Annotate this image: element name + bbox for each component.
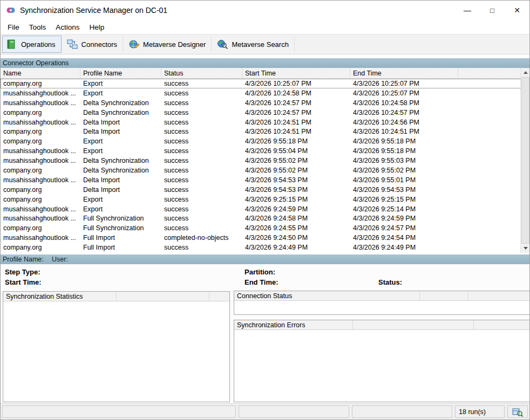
- connection-status-panel: Connection Status: [234, 291, 530, 315]
- cell-end: 4/3/2026 9:25:14 PM: [350, 204, 458, 214]
- cell-status: success: [161, 156, 242, 166]
- metaverse-search-icon: [216, 38, 228, 50]
- status-bar: 18 run(s): [1, 403, 529, 419]
- app-icon: [6, 5, 16, 15]
- table-row[interactable]: musahissahghoutlook ...Delta Importsucce…: [1, 118, 521, 127]
- cell-status: success: [161, 185, 242, 195]
- table-row[interactable]: company.orgDelta Synchronizationsuccess4…: [1, 108, 521, 118]
- step-type-label: Step Type:: [5, 268, 40, 276]
- connectors-button[interactable]: Connectors: [63, 36, 123, 53]
- statusbar-icon-segment[interactable]: [507, 405, 528, 418]
- cell-name: company.org: [1, 127, 80, 136]
- connectors-icon: [66, 38, 78, 50]
- cell-profile: Delta Import: [80, 127, 161, 136]
- metaverse-designer-icon: [128, 38, 140, 50]
- table-row[interactable]: company.orgFull Synchronizationsuccess4/…: [1, 223, 521, 233]
- menu-tools[interactable]: Tools: [24, 22, 51, 33]
- cell-name: company.org: [1, 79, 80, 88]
- table-row[interactable]: musahissahghoutlook ...Delta Importsucce…: [1, 175, 521, 185]
- cell-name: company.org: [1, 195, 80, 204]
- statusbar-segment-1: [2, 405, 236, 418]
- column-header-status[interactable]: Status: [161, 68, 242, 78]
- connectors-button-label: Connectors: [81, 40, 117, 49]
- cell-status: success: [161, 214, 242, 223]
- column-header-filler: [458, 68, 521, 78]
- connection-status-column-header[interactable]: Connection Status: [234, 291, 420, 300]
- menu-file[interactable]: File: [3, 22, 24, 33]
- statusbar-segment-3: [352, 405, 452, 418]
- cell-end: 4/3/2026 10:25:07 PM: [350, 79, 458, 88]
- column-header-profile-name[interactable]: Profile Name: [80, 68, 161, 78]
- scroll-up-arrow-icon[interactable]: [521, 68, 530, 77]
- cell-start: 4/3/2026 10:24:57 PM: [242, 108, 350, 118]
- menu-actions[interactable]: Actions: [51, 22, 84, 33]
- cell-profile: Full Import: [80, 233, 161, 243]
- maximize-button[interactable]: □: [480, 1, 505, 20]
- cell-name: musahissahghoutlook ...: [1, 118, 80, 127]
- metaverse-designer-button[interactable]: Metaverse Designer: [124, 36, 212, 53]
- table-vertical-scrollbar[interactable]: [520, 68, 529, 253]
- cell-status: success: [161, 175, 242, 185]
- table-row[interactable]: musahissahghoutlook ...Exportsuccess4/3/…: [1, 88, 521, 98]
- end-time-label: End Time:: [244, 278, 278, 286]
- table-row[interactable]: musahissahghoutlook ...Delta Synchroniza…: [1, 156, 521, 166]
- synchronization-statistics-header: Synchronization Statistics: [3, 292, 229, 301]
- column-header-end-time[interactable]: End Time: [350, 68, 458, 78]
- cell-name: company.org: [1, 185, 80, 195]
- column-header-name[interactable]: Name: [1, 68, 80, 78]
- user-label: User:: [52, 256, 68, 263]
- cell-end: 4/3/2026 9:55:02 PM: [350, 166, 458, 175]
- close-button[interactable]: ✕: [505, 1, 529, 20]
- table-row[interactable]: company.orgDelta Synchronizationsuccess4…: [1, 166, 521, 175]
- table-row[interactable]: company.orgExportsuccess4/3/2026 9:25:15…: [1, 195, 521, 204]
- cell-start: 4/3/2026 9:55:02 PM: [242, 166, 350, 175]
- metaverse-search-button[interactable]: Metaverse Search: [213, 36, 295, 53]
- scrollbar-thumb[interactable]: [521, 77, 529, 244]
- table-row[interactable]: musahissahghoutlook ...Exportsuccess4/3/…: [1, 204, 521, 214]
- table-row[interactable]: musahissahghoutlook ...Full Importcomple…: [1, 233, 521, 243]
- table-row[interactable]: company.orgExportsuccess4/3/2026 10:25:0…: [1, 79, 521, 88]
- cell-profile: Full Synchronization: [80, 223, 161, 233]
- cell-end: 4/3/2026 9:24:54 PM: [350, 233, 458, 243]
- minimize-button[interactable]: —: [455, 1, 480, 20]
- cell-profile: Delta Import: [80, 118, 161, 127]
- cell-start: 4/3/2026 9:24:55 PM: [242, 223, 350, 233]
- menu-help[interactable]: Help: [85, 22, 110, 33]
- cell-name: musahissahghoutlook ...: [1, 204, 80, 214]
- statusbar-segment-2: [239, 405, 349, 418]
- sync-service-manager-window: Synchronization Service Manager on DC-01…: [0, 0, 530, 420]
- cell-status: success: [161, 204, 242, 214]
- table-row[interactable]: company.orgExportsuccess4/3/2026 9:55:18…: [1, 136, 521, 146]
- connection-status-header: Connection Status: [234, 291, 530, 301]
- table-row[interactable]: company.orgDelta Importsuccess4/3/2026 1…: [1, 127, 521, 136]
- cell-start: 4/3/2026 9:55:02 PM: [242, 156, 350, 166]
- cell-end: 4/3/2026 9:24:59 PM: [350, 214, 458, 223]
- sync-statistics-column-header[interactable]: Synchronization Statistics: [3, 292, 117, 301]
- cell-status: success: [161, 88, 242, 98]
- table-row[interactable]: company.orgDelta Importsuccess4/3/2026 9…: [1, 185, 521, 195]
- profile-user-header: Profile Name: User:: [1, 254, 529, 264]
- table-row[interactable]: musahissahghoutlook ...Exportsuccess4/3/…: [1, 146, 521, 156]
- cell-status: success: [161, 243, 242, 252]
- table-row[interactable]: company.orgFull Importsuccess4/3/2026 9:…: [1, 243, 521, 252]
- cell-end: 4/3/2026 10:25:07 PM: [350, 88, 458, 98]
- table-row[interactable]: musahissahghoutlook ...Full Synchronizat…: [1, 214, 521, 223]
- synchronization-statistics-panel: Synchronization Statistics: [3, 291, 230, 402]
- column-header-start-time[interactable]: Start Time: [242, 68, 350, 78]
- partition-label: Partition:: [244, 268, 275, 276]
- metaverse-designer-button-label: Metaverse Designer: [143, 40, 206, 49]
- table-row[interactable]: musahissahghoutlook ...Delta Synchroniza…: [1, 98, 521, 108]
- window-controls: — □ ✕: [455, 1, 529, 20]
- cell-status: success: [161, 118, 242, 127]
- run-count: 18 run(s): [455, 405, 505, 418]
- cell-name: company.org: [1, 108, 80, 118]
- cell-end: 4/3/2026 10:24:56 PM: [350, 118, 458, 127]
- scroll-down-arrow-icon[interactable]: [521, 244, 530, 253]
- cell-end: 4/3/2026 10:24:58 PM: [350, 98, 458, 108]
- cell-start: 4/3/2026 9:24:58 PM: [242, 214, 350, 223]
- connection-status-column-blank1: [420, 291, 468, 300]
- cell-status: success: [161, 79, 242, 88]
- start-time-label: Start Time:: [5, 278, 42, 286]
- operations-button[interactable]: Operations: [2, 36, 62, 53]
- sync-errors-column-header[interactable]: Synchronization Errors: [234, 320, 353, 329]
